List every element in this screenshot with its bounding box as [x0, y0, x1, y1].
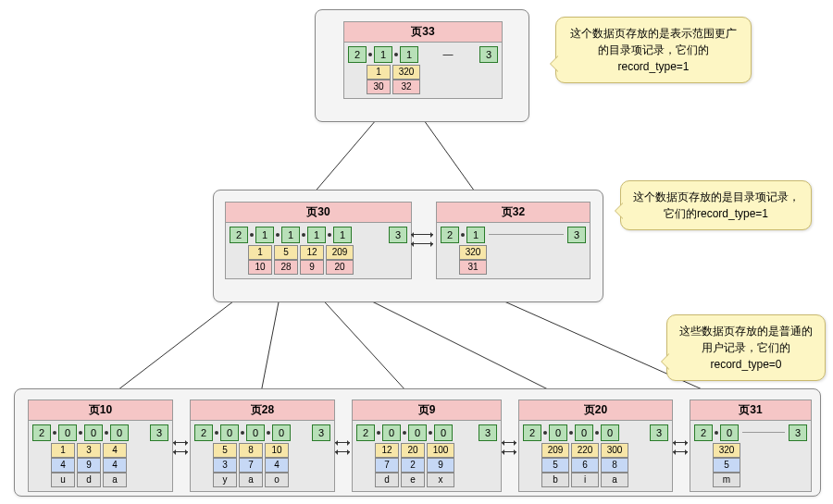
sibling-arrow	[673, 451, 688, 452]
page-9: 页9 2 0 0 0 3 127d 202e 1009x	[352, 400, 502, 492]
entries: 110 528 129 20920	[226, 245, 411, 278]
page-32: 页32 2 1 3 32031	[436, 202, 591, 279]
sibling-arrow	[411, 243, 433, 244]
sibling-arrow	[335, 442, 350, 443]
page-title: 页30	[226, 203, 411, 223]
header-row: 2 1 3	[437, 223, 590, 245]
sibling-arrow	[502, 442, 516, 443]
callout-level2: 这个数据页存放的是目录项记录，它们的record_type=1	[620, 180, 812, 230]
level1-container: 页33 2 1 1 — 3 130 32032	[315, 9, 529, 122]
callout-level3: 这些数据页存放的是普通的用户记录，它们的record_type=0	[666, 314, 826, 381]
page-title: 页33	[344, 22, 502, 43]
sibling-arrow	[411, 234, 433, 235]
entries: 130 32032	[344, 65, 502, 98]
page-33: 页33 2 1 1 — 3 130 32032	[343, 21, 503, 99]
page-20: 页20 2 0 0 0 3 2095b 2206i 3008a	[518, 400, 673, 492]
sibling-arrow	[673, 442, 688, 443]
page-31: 页31 2 0 3 3205m	[690, 400, 812, 492]
sibling-arrow	[173, 451, 188, 452]
callout-level1: 这个数据页存放的是表示范围更广的目录项记录，它们的record_type=1	[555, 17, 752, 83]
page-title: 页32	[437, 203, 590, 223]
entries: 32031	[437, 245, 590, 278]
sibling-arrow	[502, 451, 516, 452]
sibling-arrow	[173, 442, 188, 443]
page-10: 页10 2 0 0 0 3 14u 39d 44a	[28, 400, 173, 492]
header-row: 2 1 1 1 1 3	[226, 223, 411, 245]
page-30: 页30 2 1 1 1 1 3 110 528 129 20920	[225, 202, 412, 279]
header-row: 2 1 1 — 3	[344, 43, 502, 65]
page-28: 页28 2 0 0 0 3 53y 87a 104o	[190, 400, 335, 492]
sibling-arrow	[335, 451, 350, 452]
